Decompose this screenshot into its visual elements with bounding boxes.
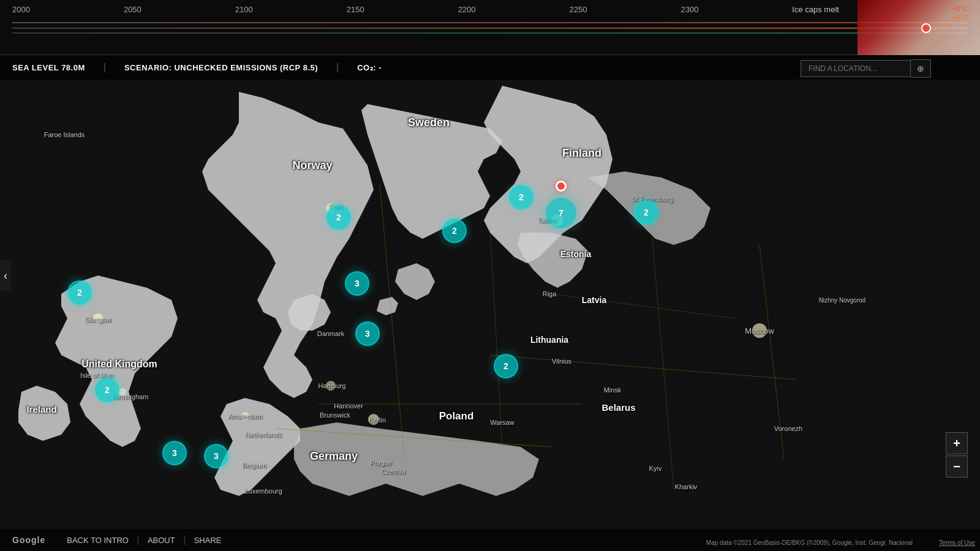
map-attribution: Map data ©2021 GeoBasis-DE/BKG (©2009), … xyxy=(706,539,913,546)
zoom-controls: + − xyxy=(946,432,968,478)
cluster-uk-west[interactable]: 2 xyxy=(67,280,92,305)
year-2150: 2150 xyxy=(347,5,364,14)
cluster-oslo[interactable]: 2 xyxy=(326,205,351,230)
temp-line-8c xyxy=(12,22,968,23)
timeline-years: 2000 2050 2100 2150 2200 2250 2300 Ice c… xyxy=(0,0,980,14)
year-2100: 2100 xyxy=(235,5,253,14)
svg-point-7 xyxy=(368,414,379,425)
svg-point-6 xyxy=(326,381,336,391)
map-container: Sweden Norway Finland United Kingdom Ire… xyxy=(0,0,980,551)
cluster-tallinn[interactable]: 7 xyxy=(546,198,576,228)
svg-point-1 xyxy=(93,313,103,323)
about-button[interactable]: ABOUT xyxy=(138,536,185,545)
nav-arrow-left[interactable]: ‹ xyxy=(0,260,11,291)
ice-caps-label: Ice caps melt xyxy=(792,5,839,14)
bottom-bar: Google BACK TO INTRO ABOUT SHARE Map dat… xyxy=(0,529,980,551)
year-2000: 2000 xyxy=(12,5,30,14)
location-pin[interactable] xyxy=(556,181,567,192)
cluster-lithuania[interactable]: 2 xyxy=(494,354,518,378)
cluster-denmark[interactable]: 3 xyxy=(355,321,380,346)
cluster-uk-south[interactable]: 3 xyxy=(162,441,187,465)
cluster-russia-w[interactable]: 2 xyxy=(634,200,658,225)
cluster-baltic[interactable]: 2 xyxy=(442,219,467,243)
timeline-cursor[interactable] xyxy=(921,23,931,33)
svg-point-5 xyxy=(241,412,249,421)
svg-point-8 xyxy=(752,323,767,338)
temp-line-0c xyxy=(12,32,968,34)
zoom-in-button[interactable]: + xyxy=(946,432,968,454)
cluster-denmark-south[interactable]: 3 xyxy=(345,271,369,296)
timeline-track[interactable] xyxy=(12,19,968,37)
co2-display: CO₂: - xyxy=(357,63,382,72)
search-box[interactable]: ⊕ xyxy=(801,59,931,78)
temp-label-4c: +4°C xyxy=(952,13,968,21)
map-background xyxy=(0,0,980,551)
timeline-bar: 2000 2050 2100 2150 2200 2250 2300 Ice c… xyxy=(0,0,980,55)
location-button[interactable]: ⊕ xyxy=(911,59,931,78)
cluster-uk-birmingham[interactable]: 2 xyxy=(95,378,119,402)
zoom-out-button[interactable]: − xyxy=(946,455,968,478)
year-2300: 2300 xyxy=(680,5,698,14)
terms-of-use-link[interactable]: Terms of Use xyxy=(939,539,975,546)
google-logo: Google xyxy=(12,535,45,545)
scenario-display: SCENARIO: UNCHECKED EMISSIONS (RCP 8.5) xyxy=(124,63,318,72)
temp-line-4c xyxy=(12,28,968,29)
temp-label-0c: +0°C xyxy=(952,22,968,29)
year-2200: 2200 xyxy=(458,5,476,14)
year-2050: 2050 xyxy=(124,5,141,14)
year-2250: 2250 xyxy=(570,5,587,14)
svg-point-2 xyxy=(119,388,126,395)
back-to-intro-button[interactable]: BACK TO INTRO xyxy=(58,536,138,545)
temp-label-8c: +8°C xyxy=(952,5,968,12)
search-input[interactable] xyxy=(801,60,911,77)
temp-labels: +8°C +4°C +0°C xyxy=(952,5,968,29)
cluster-belgium[interactable]: 3 xyxy=(204,444,228,468)
sea-level-display: SEA LEVEL 78.0M xyxy=(12,63,85,72)
share-button[interactable]: SHARE xyxy=(185,536,231,545)
cluster-estonia-w[interactable]: 2 xyxy=(509,185,533,209)
